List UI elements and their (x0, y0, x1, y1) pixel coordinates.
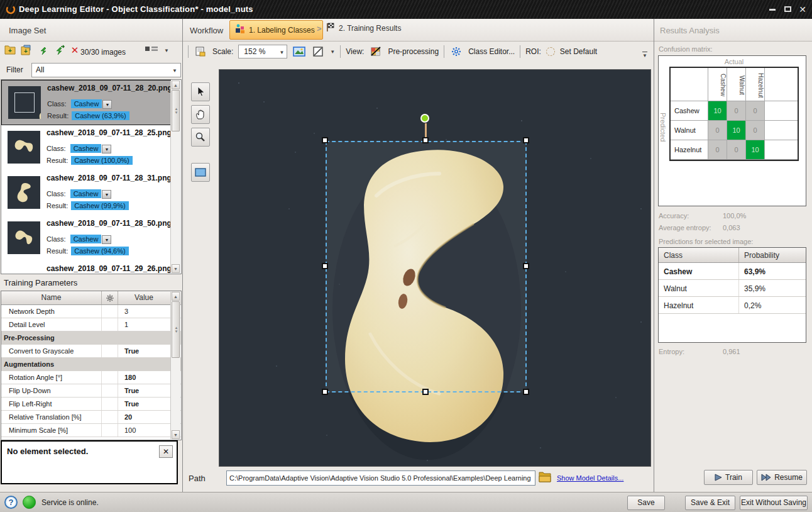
scroll-up-arrow[interactable]: ▲ (172, 292, 180, 301)
resize-handle-e[interactable] (523, 263, 529, 269)
prediction-probability: 63,9% (739, 263, 806, 279)
image-thumbnail (8, 131, 40, 164)
param-row[interactable]: Flip Up-DownTrue (1, 384, 181, 398)
scroll-down-arrow[interactable]: ▼ (172, 264, 180, 273)
param-value[interactable]: True (118, 384, 170, 397)
resize-handle-n[interactable] (422, 137, 429, 143)
rectangle-roi-tool-button[interactable] (191, 163, 210, 182)
class-dropdown-arrow[interactable]: ▼ (102, 235, 111, 244)
param-row[interactable]: Relative Translation [%]20 (1, 411, 181, 424)
class-value[interactable]: Cashew (70, 144, 102, 153)
add-directory-button[interactable]: + (20, 45, 34, 58)
column-class[interactable]: Class (659, 248, 739, 262)
param-value[interactable]: 180 (118, 371, 170, 384)
param-name: Minimum Scale [%] (1, 424, 102, 437)
column-probability[interactable]: Probability (739, 248, 806, 262)
list-item-image-4[interactable]: cashew_2018_09_07-11_28_50.png Class: Ca… (1, 216, 171, 261)
scale-dropdown[interactable]: 152 % ▼ (238, 45, 287, 58)
no-crop-button[interactable] (311, 45, 325, 58)
close-button[interactable]: ✕ (796, 4, 809, 15)
app-window: Deep Learning Editor - Object Classifica… (0, 0, 812, 512)
rotation-handle[interactable] (420, 114, 429, 123)
close-inspector-button[interactable]: ✕ (159, 445, 173, 458)
path-input[interactable] (226, 470, 535, 486)
param-row[interactable]: Convert to GrayscaleTrue (1, 345, 181, 358)
list-item-image-5[interactable]: cashew_2018_09_07-11_29_26.png (1, 261, 171, 274)
image-list-scrollbar[interactable]: ▲ ▲▼ ▼ (170, 81, 180, 273)
param-value[interactable]: True (118, 398, 170, 410)
list-item-image-3[interactable]: cashew_2018_09_07-11_28_31.png Class: Ca… (1, 170, 171, 216)
class-dropdown-arrow[interactable]: ▼ (102, 100, 112, 109)
help-icon[interactable]: ? (4, 496, 18, 509)
column-value[interactable]: Value (118, 291, 170, 304)
resize-handle-se[interactable] (523, 389, 529, 395)
prediction-row[interactable]: Walnut 35,9% (659, 280, 806, 297)
list-item-image-2[interactable]: cashew_2018_09_07-11_28_25.png Class: Ca… (1, 125, 171, 170)
add-images-button[interactable]: + (4, 45, 18, 58)
class-editor-button[interactable]: Class Editor... (468, 47, 515, 56)
connect-channel-button[interactable] (38, 45, 52, 58)
param-row[interactable]: Rotation Angle [°]180 (1, 371, 181, 384)
param-name: Flip Up-Down (1, 384, 102, 397)
view-label: View: (346, 47, 364, 56)
show-model-details-link[interactable]: Show Model Details... (557, 474, 623, 482)
param-value[interactable]: 3 (118, 305, 170, 318)
class-dropdown-arrow[interactable]: ▼ (102, 190, 111, 199)
class-value[interactable]: Cashew (71, 99, 102, 108)
class-dropdown-arrow[interactable]: ▼ (102, 145, 111, 153)
pan-tool-button[interactable] (191, 105, 210, 124)
scroll-up-arrow[interactable]: ▲ (172, 81, 180, 89)
resize-handle-sw[interactable] (322, 389, 328, 395)
minimize-button[interactable] (765, 4, 779, 15)
save-button[interactable]: Save (627, 496, 665, 510)
filter-dropdown[interactable]: All ▼ (31, 63, 181, 77)
exit-without-saving-button[interactable]: Exit Without Saving (740, 496, 808, 510)
roi-selection-rectangle[interactable] (326, 141, 527, 392)
column-name[interactable]: Name (1, 291, 102, 304)
parameters-scrollbar[interactable]: ▲ ▲▼ ▼ (170, 292, 180, 439)
scroll-down-arrow[interactable]: ▼ (172, 430, 180, 439)
param-value[interactable]: 100 (118, 424, 170, 437)
scrollbar-thumb[interactable]: ▲▼ (172, 301, 180, 358)
param-row[interactable]: Detail Level1 (1, 318, 181, 331)
tab-training-results[interactable]: 2. Training Results (326, 23, 401, 34)
crop-dropdown-arrow[interactable]: ▼ (330, 49, 335, 55)
train-button[interactable]: Train (704, 470, 753, 485)
resize-handle-s[interactable] (422, 389, 429, 395)
browse-folder-button[interactable] (538, 471, 553, 485)
class-value[interactable]: Cashew (70, 189, 102, 198)
resize-handle-w[interactable] (322, 263, 328, 269)
param-value[interactable]: True (118, 345, 170, 357)
resume-button[interactable]: Resume (757, 470, 807, 485)
preprocessing-icon[interactable] (369, 45, 383, 58)
param-row[interactable]: Network Depth3 (1, 305, 181, 318)
fit-image-button[interactable] (292, 45, 306, 58)
class-value[interactable]: Cashew (70, 235, 102, 243)
layout-icon[interactable] (194, 45, 207, 58)
disconnect-channel-button[interactable] (53, 45, 67, 58)
prediction-row[interactable]: Hazelnut 0,2% (659, 297, 806, 314)
remove-images-button[interactable]: ✕ (68, 45, 82, 58)
param-row[interactable]: Flip Left-RightTrue (1, 398, 181, 411)
param-value[interactable]: 20 (118, 411, 170, 423)
resize-handle-ne[interactable] (523, 137, 529, 143)
zoom-tool-button[interactable] (191, 128, 210, 147)
view-mode-dropdown-arrow[interactable]: ▼ (160, 48, 173, 62)
class-editor-gear-icon[interactable] (449, 45, 463, 58)
image-canvas[interactable] (219, 69, 651, 467)
set-default-roi-button[interactable]: Set Default (560, 47, 597, 56)
view-mode-icon[interactable] (145, 45, 158, 58)
save-and-exit-button[interactable]: Save & Exit (685, 496, 735, 510)
param-row[interactable]: Minimum Scale [%]100 (1, 424, 181, 437)
scrollbar-thumb[interactable]: ▲▼ (172, 90, 180, 131)
gear-icon[interactable] (102, 291, 118, 304)
maximize-button[interactable] (781, 4, 794, 15)
select-tool-button[interactable] (191, 82, 210, 101)
prediction-row[interactable]: Cashew 63,9% (659, 263, 806, 280)
preprocessing-toggle[interactable]: Pre-processing (388, 47, 439, 56)
param-value[interactable]: 1 (118, 318, 170, 331)
resize-handle-nw[interactable] (322, 137, 328, 143)
list-item-image-1[interactable]: cashew_2018_09_07-11_28_20.png Class: Ca… (1, 80, 171, 125)
toolbar-overflow-button[interactable]: ▼ (642, 52, 647, 58)
tab-labeling-classes[interactable]: 1. Labeling Classes (229, 20, 323, 40)
